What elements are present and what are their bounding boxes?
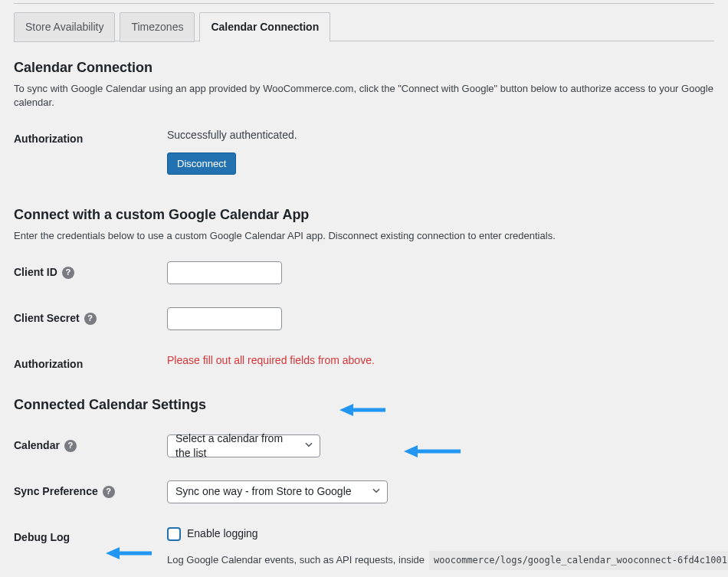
- label-text: Client ID: [14, 265, 57, 280]
- tab-label: Calendar Connection: [211, 21, 319, 33]
- label-text: Sync Preference: [14, 484, 98, 500]
- calendar-select[interactable]: Select a calendar from the list: [167, 434, 320, 457]
- help-icon[interactable]: ?: [84, 313, 97, 325]
- debug-log-path: woocommerce/logs/google_calendar_wooconn…: [429, 551, 728, 570]
- label-calendar: Calendar ?: [14, 434, 167, 454]
- row-calendar: Calendar ? Select a calendar from the li…: [14, 434, 714, 457]
- select-value: Sync one way - from Store to Google: [175, 484, 352, 500]
- row-sync-preference: Sync Preference ? Sync one way - from St…: [14, 480, 714, 503]
- auth-status-text: Successfully authenticated.: [167, 128, 714, 143]
- enable-logging-checkbox[interactable]: [167, 527, 181, 541]
- section-desc-custom-app: Enter the credentials below to use a cus…: [14, 229, 714, 243]
- button-label: Disconnect: [177, 158, 226, 169]
- tab-label: Store Availability: [25, 21, 103, 33]
- tab-store-availability[interactable]: Store Availability: [14, 12, 115, 42]
- select-value: Select a calendar from the list: [175, 431, 298, 461]
- help-icon[interactable]: ?: [64, 440, 77, 452]
- tabs-underline: [14, 41, 714, 41]
- help-icon[interactable]: ?: [103, 486, 115, 498]
- label-text: Client Secret: [14, 311, 80, 326]
- tab-timezones[interactable]: Timezones: [120, 12, 195, 42]
- label-text: Calendar: [14, 438, 60, 454]
- tabs: Store Availability Timezones Calendar Co…: [14, 11, 714, 41]
- label-client-id: Client ID ?: [14, 261, 167, 280]
- tab-calendar-connection[interactable]: Calendar Connection: [199, 12, 330, 42]
- debug-desc: Log Google Calendar events, such as API …: [167, 553, 425, 567]
- client-id-input[interactable]: [167, 261, 282, 284]
- enable-logging-label: Enable logging: [187, 526, 258, 542]
- row-debug-log: Debug Log Enable logging Log Google Cale…: [14, 526, 714, 569]
- tab-label: Timezones: [131, 21, 183, 33]
- label-authorization: Authorization: [14, 128, 167, 147]
- label-client-secret: Client Secret ?: [14, 307, 167, 326]
- label-sync-preference: Sync Preference ?: [14, 480, 167, 500]
- chevron-down-icon: [372, 484, 381, 500]
- label-text: Debug Log: [14, 530, 70, 546]
- sync-preference-select[interactable]: Sync one way - from Store to Google: [167, 480, 388, 503]
- section-desc-calendar-connection: To sync with Google Calendar using an ap…: [14, 82, 714, 110]
- help-icon[interactable]: ?: [62, 267, 74, 279]
- label-text: Authorization: [14, 357, 83, 372]
- section-title-calendar-connection: Calendar Connection: [14, 58, 714, 77]
- section-title-custom-app: Connect with a custom Google Calendar Ap…: [14, 205, 714, 225]
- label-debug-log: Debug Log: [14, 526, 167, 546]
- row-client-id: Client ID ?: [14, 261, 714, 284]
- chevron-down-icon: [304, 438, 313, 454]
- disconnect-button[interactable]: Disconnect: [167, 152, 236, 175]
- label-authorization-2: Authorization: [14, 353, 167, 372]
- client-secret-input[interactable]: [167, 307, 282, 330]
- row-authorization-2: Authorization Please fill out all requir…: [14, 353, 714, 372]
- row-client-secret: Client Secret ?: [14, 307, 714, 330]
- row-authorization: Authorization Successfully authenticated…: [14, 128, 714, 175]
- label-text: Authorization: [14, 132, 83, 147]
- top-divider: [14, 3, 714, 4]
- auth-error-text: Please fill out all required fields from…: [167, 353, 714, 369]
- section-title-connected-settings: Connected Calendar Settings: [14, 395, 714, 415]
